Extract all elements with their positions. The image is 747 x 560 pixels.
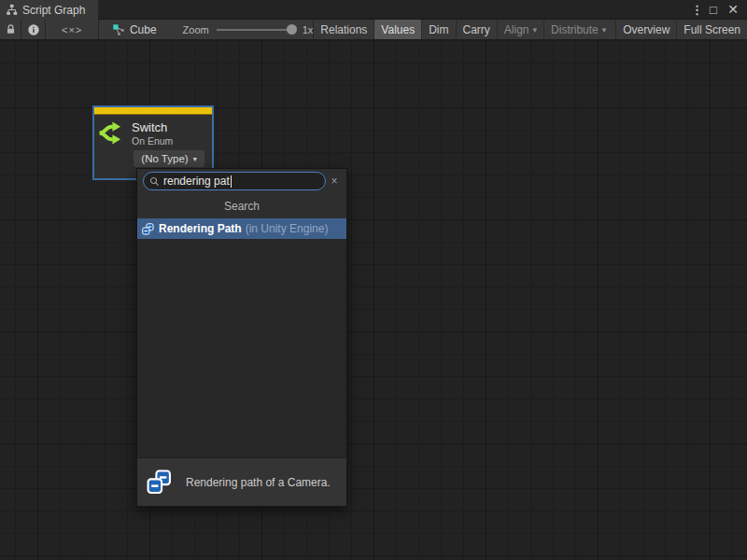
enum-icon	[142, 223, 154, 235]
finder-section-header: Search	[137, 193, 346, 218]
switch-branch-icon	[97, 119, 126, 147]
graph-node-icon	[112, 23, 125, 36]
code-icon: <×>	[62, 24, 82, 35]
overview-button[interactable]: Overview	[615, 20, 676, 39]
zoom-value: 1x	[303, 24, 314, 35]
toolbar-toggles: Relations Values Dim Carry Align ▾ Distr…	[314, 20, 747, 39]
node-header: Switch On Enum	[94, 115, 212, 147]
dim-button[interactable]: Dim	[421, 20, 455, 39]
clear-search-icon[interactable]: ×	[326, 175, 343, 188]
lock-button[interactable]	[0, 20, 21, 39]
graph-owner[interactable]: Cube	[112, 23, 157, 36]
relations-button[interactable]: Relations	[314, 20, 374, 39]
text-caret	[231, 175, 232, 188]
zoom-slider[interactable]	[217, 29, 295, 31]
finder-footer: Rendering path of a Camera.	[137, 457, 346, 506]
lock-icon	[5, 23, 17, 35]
zoom-slider-knob[interactable]	[287, 24, 297, 35]
script-graph-window: Script Graph ⋮ □ ✕	[0, 0, 747, 560]
node-subtitle: On Enum	[132, 135, 173, 147]
close-icon[interactable]: ✕	[726, 2, 740, 17]
result-row-rendering-path[interactable]: Rendering Path (in Unity Engine)	[137, 218, 346, 239]
node-titles: Switch On Enum	[132, 120, 173, 147]
tab-title: Script Graph	[22, 4, 85, 17]
distribute-button[interactable]: Distribute ▾	[543, 20, 613, 39]
search-query-text: rendering pat	[163, 175, 230, 188]
maximize-icon[interactable]: □	[707, 3, 720, 17]
align-button[interactable]: Align ▾	[497, 20, 543, 39]
search-row: rendering pat ×	[137, 169, 346, 193]
code-preview-button[interactable]: <×>	[46, 20, 98, 39]
chevron-down-icon: ▾	[602, 25, 607, 35]
zoom-control: Zoom 1x	[183, 24, 314, 35]
info-icon	[27, 23, 40, 36]
node-title: Switch	[132, 120, 173, 134]
chevron-down-icon: ▾	[193, 155, 197, 163]
graph-hierarchy-icon	[6, 4, 18, 16]
chevron-down-icon: ▾	[533, 25, 538, 35]
fuzzy-finder-popup: rendering pat × Search Rendering Path (i…	[136, 168, 347, 507]
search-input[interactable]: rendering pat	[143, 172, 326, 190]
window-menu-icon[interactable]: ⋮	[691, 3, 700, 17]
results-list-empty-area	[137, 239, 346, 457]
enum-type-dropdown[interactable]: (No Type) ▾	[134, 150, 204, 167]
result-context: (in Unity Engine)	[246, 222, 329, 235]
window-controls: ⋮ □ ✕	[691, 0, 747, 19]
enum-icon-large	[147, 469, 172, 495]
tab-bar: Script Graph ⋮ □ ✕	[0, 0, 747, 20]
carry-button[interactable]: Carry	[456, 20, 497, 39]
tab-script-graph[interactable]: Script Graph	[0, 0, 98, 20]
graph-toolbar: <×> Cube Zoom 1x	[0, 20, 747, 40]
fullscreen-button[interactable]: Full Screen	[676, 20, 747, 39]
values-button[interactable]: Values	[374, 20, 421, 39]
zoom-label: Zoom	[183, 24, 209, 35]
info-button[interactable]	[21, 20, 46, 39]
graph-owner-label: Cube	[130, 23, 157, 36]
toolbar-middle: Cube Zoom 1x	[99, 20, 314, 39]
node-warning-bar	[94, 107, 212, 115]
search-icon	[149, 176, 160, 187]
result-name: Rendering Path	[159, 222, 242, 235]
result-description: Rendering path of a Camera.	[186, 476, 331, 489]
tabbar-spacer	[98, 0, 691, 19]
